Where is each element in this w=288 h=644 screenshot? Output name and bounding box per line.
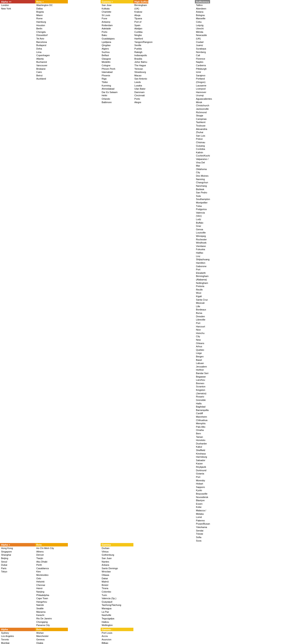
city: Sendai [196, 529, 209, 532]
city: Colombo [102, 590, 132, 594]
city: Memphis [196, 422, 209, 425]
spacer7 [133, 628, 148, 644]
city: Surabaya [196, 47, 209, 50]
city: New York [1, 7, 34, 10]
city: Halifax [196, 251, 209, 255]
city: Chongqing [36, 620, 67, 624]
city: Bishkek [196, 188, 209, 191]
city: Izmir [196, 70, 209, 74]
city: The Hague [134, 64, 147, 67]
city: Philadelphia [36, 594, 67, 597]
city: Astana [196, 10, 209, 14]
city: Nice [196, 328, 209, 332]
city: Shijiazhuang [196, 258, 209, 261]
city: Bologna [196, 14, 209, 17]
city: Windhoek [196, 241, 209, 244]
city: Novosibirsk [196, 496, 209, 499]
city: Gothenburg [102, 553, 132, 557]
city: Tulsa [196, 204, 209, 208]
city: Hefei [102, 94, 132, 97]
city: Kunming [102, 84, 132, 88]
city: Arhus [196, 345, 209, 348]
city: Porto Alegre [134, 97, 147, 104]
city: Brasilia [134, 57, 147, 61]
city: Birmingham (Alabama) [196, 274, 209, 281]
city: Nanjing [36, 590, 67, 594]
city: Marseille [196, 17, 209, 20]
city: Harrisburg [196, 455, 209, 459]
city: Guayaquil [102, 600, 132, 604]
city: Lodz [196, 218, 209, 221]
city: Hamburg [36, 20, 67, 24]
city: Krakow [134, 10, 147, 14]
city: Yerevan [134, 67, 147, 71]
gamma-cities: Durban Vilnius Gothenburg San Juan Nante… [101, 546, 133, 628]
city: Dresden [196, 315, 209, 318]
gamma-p-cities: San Jose Kolkata Charlotte St Louis Pune… [101, 4, 133, 104]
city: New Orleans [196, 338, 209, 345]
city: Strasbourg [134, 70, 147, 74]
city: Porto [102, 30, 132, 34]
city: Turin [102, 594, 132, 597]
city: Curitiba [134, 30, 147, 34]
high-suf-cities: Birmingham (UK) Krakow Abuja Tijuana Por… [133, 4, 148, 104]
city: Medellin [102, 60, 132, 64]
city: Islamabad [102, 70, 132, 74]
city: Riga [102, 77, 132, 80]
city: Rome [36, 17, 67, 20]
beta-cell: Beta Ho Chi Minh City Athens Denver Tian… [35, 543, 68, 628]
city: Sheffield [196, 449, 209, 452]
city: Sarajevo [196, 74, 209, 78]
city: Panama City [36, 624, 67, 627]
city: Kolkata [102, 7, 132, 10]
city: Cochin/Kochi [196, 154, 209, 158]
city: Seoul [1, 560, 34, 564]
city: Beirut [36, 74, 67, 78]
city: Cape Town [36, 597, 67, 600]
spacer5 [195, 543, 210, 628]
city: Goiania [196, 472, 209, 476]
city: Utrecht [196, 27, 209, 30]
alpha-pp-label: Alpha ++ London New York [0, 0, 35, 543]
city: Shanghai [1, 553, 34, 557]
city: Libreville [196, 318, 209, 322]
gamma-m-header: Gamma - [101, 628, 133, 631]
city: Charlotte [102, 10, 132, 14]
suf-cities: Tallinn Aberdeen Astana Bologna Marseill… [195, 4, 210, 543]
city: Tainan [196, 436, 209, 439]
city: Birmingham (UK) [134, 4, 147, 10]
city: Tijuana [134, 17, 147, 20]
city: Rotterdam [102, 24, 132, 27]
city: Vancouver [36, 64, 67, 67]
city: Nanchang [196, 184, 209, 188]
city: Los Angeles [1, 634, 34, 638]
city: Campinas [196, 118, 209, 121]
city: Manama [36, 610, 67, 614]
city: Omaha [196, 428, 209, 432]
city: Kobe [196, 506, 209, 509]
city: La Paz [102, 610, 132, 614]
city: Abu Dhabi [36, 560, 67, 564]
city: Bordeaux [196, 308, 209, 312]
city: Minsk [196, 101, 209, 104]
alpha-pp-cities: London New York [0, 4, 35, 11]
gamma-cell: Gamma Durban Vilnius Gothenburg San Juan… [101, 543, 133, 628]
city: Adelaide [102, 27, 132, 30]
suf-label-cell: Sufficiency Tallinn Aberdeen Astana Bolo… [195, 0, 210, 543]
city: Nantes [102, 560, 132, 564]
city: Winnipeg [196, 234, 209, 238]
city: Florence [196, 57, 209, 61]
gamma-m-cities: Port Louis Accra Asuncion Bilbao Maputo … [101, 631, 133, 644]
city: Macao [134, 74, 147, 78]
city: Athens [36, 550, 67, 554]
city: Guiyang [196, 144, 209, 148]
city: Abuja [134, 14, 147, 17]
city: Palo Alto [196, 425, 209, 429]
city: Blantyre [196, 499, 209, 502]
beta-p-label-cell: Beta + Washington DC Dallas Bogota Miami… [35, 0, 68, 543]
city: Mannheim [196, 415, 209, 419]
city: Oslo [36, 577, 67, 580]
beta-cities: Ho Chi Minh City Athens Denver Tianjin A… [35, 546, 68, 628]
city: Zhuhai [196, 131, 209, 134]
city: Ankara [102, 564, 132, 567]
